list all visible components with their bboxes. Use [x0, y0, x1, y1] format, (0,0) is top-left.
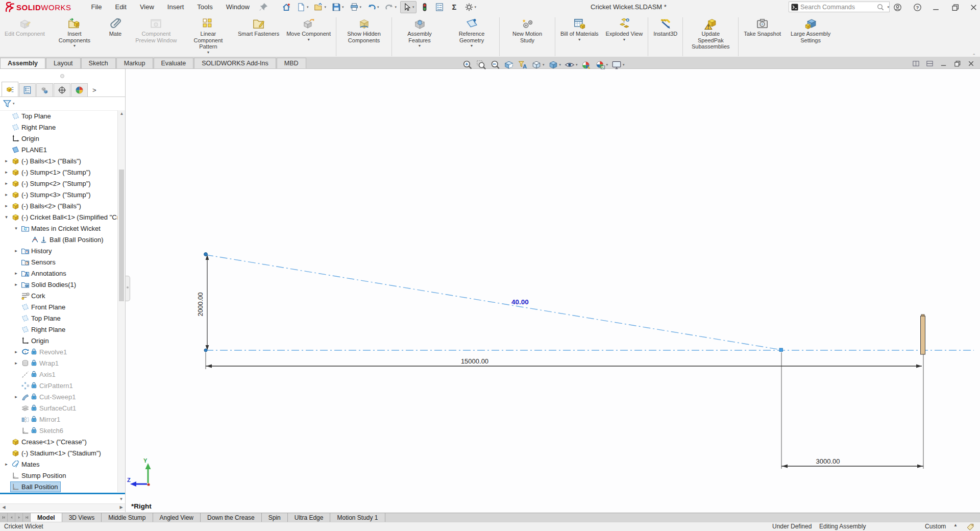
status-units[interactable]: Custom: [925, 523, 946, 530]
undo-button[interactable]: ▾: [365, 1, 381, 13]
exploded-view-button[interactable]: Exploded View▼: [602, 17, 647, 42]
filter-dropdown-icon[interactable]: ▾: [13, 102, 15, 106]
equations-button[interactable]: Σ: [448, 1, 461, 13]
menu-view[interactable]: View: [133, 0, 161, 14]
tree-item[interactable]: Axis1: [0, 369, 117, 380]
hide-show-annotations-button[interactable]: A: [516, 59, 529, 71]
smart-fasteners-button[interactable]: Smart Fasteners: [234, 17, 283, 38]
tree-vertical-scrollbar[interactable]: ▲: [117, 110, 125, 492]
collapse-ribbon-icon[interactable]: ⌃: [972, 53, 976, 529]
expand-arrow-icon[interactable]: ▸: [3, 462, 10, 467]
tree-item[interactable]: Ball (Ball Position): [0, 234, 117, 245]
search-input[interactable]: Search Commands: [800, 4, 875, 11]
model-tab-angled-view[interactable]: Angled View: [153, 513, 201, 522]
rebuild-button[interactable]: [418, 1, 431, 13]
tab-scroll-next-button[interactable]: [15, 513, 23, 522]
stump-body[interactable]: [921, 316, 925, 354]
dropdown-icon[interactable]: ▾: [377, 5, 379, 9]
dropdown-icon[interactable]: ▼: [470, 44, 474, 47]
dropdown-icon[interactable]: ▾: [475, 5, 477, 9]
dropdown-icon[interactable]: ▾: [559, 63, 561, 67]
tree-item[interactable]: Right Plane: [0, 324, 117, 335]
tree-item[interactable]: PLANE1: [0, 144, 117, 155]
dropdown-icon[interactable]: ▾: [623, 63, 625, 67]
scroll-thumb[interactable]: [119, 170, 124, 301]
tree-item[interactable]: Crease<1> ("Crease"): [0, 436, 117, 447]
menu-tools[interactable]: Tools: [190, 0, 219, 14]
panel-tab-dimxpertmanager[interactable]: [54, 83, 70, 96]
doc-restore-icon[interactable]: [953, 59, 961, 66]
tab-solidworks-add-ins[interactable]: SOLIDWORKS Add-Ins: [194, 58, 276, 68]
trajectory-line[interactable]: [206, 255, 781, 350]
linear-component-pattern-button[interactable]: Linear Component Pattern▼: [182, 17, 234, 55]
expand-arrow-icon[interactable]: ▸: [12, 271, 20, 276]
zoom-to-fit-button[interactable]: [461, 59, 474, 71]
expand-arrow-icon[interactable]: ▸: [3, 181, 10, 186]
print-button[interactable]: ▾: [348, 1, 364, 13]
model-tab-motion-study-1[interactable]: Motion Study 1: [330, 513, 385, 522]
tree-item[interactable]: ▾Mates in Cricket Wicket: [0, 223, 117, 234]
close-button[interactable]: [967, 1, 980, 13]
panel-grip[interactable]: [0, 69, 125, 81]
model-tab-spin[interactable]: Spin: [262, 513, 288, 522]
apply-scene-button[interactable]: ▾: [594, 59, 610, 71]
tree-item[interactable]: ▸(-) Stump<3> ("Stump"): [0, 189, 117, 200]
tree-item[interactable]: ▾(-) Cricket Ball<1> (Simplified "Cr: [0, 211, 117, 223]
tree-item[interactable]: Cork: [0, 290, 117, 301]
rollback-bar[interactable]: [0, 493, 125, 494]
dropdown-icon[interactable]: ▾: [543, 63, 545, 67]
tree-item[interactable]: ▸(-) Stump<2> ("Stump"): [0, 178, 117, 189]
dropdown-icon[interactable]: ▼: [307, 38, 310, 41]
tree-item[interactable]: (-) Stadium<1> ("Stadium"): [0, 447, 117, 458]
dropdown-icon[interactable]: ▾: [307, 5, 309, 9]
tree-item[interactable]: ▸(-) Bails<1> ("Bails"): [0, 155, 117, 166]
sketch-viewport[interactable]: 2000.00 40.00 15000.00 3000.00: [0, 69, 980, 513]
account-button[interactable]: [891, 1, 904, 13]
dropdown-icon[interactable]: ▼: [72, 44, 76, 47]
dimension-offset[interactable]: 3000.00: [816, 457, 840, 465]
expand-arrow-icon[interactable]: ▸: [3, 203, 10, 208]
doc-minimize-icon[interactable]: [940, 59, 947, 66]
reference-geometry-button[interactable]: Reference Geometry▼: [446, 17, 498, 48]
menu-edit[interactable]: Edit: [108, 0, 133, 14]
tree-item[interactable]: ▸AAnnotations: [0, 268, 117, 279]
tree-horizontal-scrollbar[interactable]: ◀ ▶: [0, 503, 125, 511]
dimension-length[interactable]: 15000.00: [461, 357, 488, 365]
tab-layout[interactable]: Layout: [46, 58, 81, 68]
tree-item[interactable]: SurfaceCut1: [0, 402, 117, 414]
model-tab-middle-stump[interactable]: Middle Stump: [102, 513, 153, 522]
units-dropdown-icon[interactable]: ▲: [953, 523, 958, 527]
expand-arrow-icon[interactable]: ▸: [12, 282, 20, 287]
hide-show-items-button[interactable]: ▾: [563, 59, 579, 71]
tree-item[interactable]: Origin: [0, 335, 117, 346]
tree-item[interactable]: ▸(-) Stump<1> ("Stump"): [0, 166, 117, 178]
search-dropdown-icon[interactable]: ▾: [887, 5, 889, 9]
panel-tab-configurationmanager[interactable]: [36, 83, 53, 96]
tree-item[interactable]: CirPattern1: [0, 380, 117, 391]
options-button[interactable]: ▾: [462, 1, 479, 13]
sketch-point-bounce[interactable]: [779, 348, 783, 352]
tree-item[interactable]: Top Plane: [0, 312, 117, 324]
dropdown-icon[interactable]: ▼: [622, 38, 626, 41]
restore-button[interactable]: [948, 1, 962, 13]
tree-item[interactable]: ▸Mates: [0, 458, 117, 470]
dropdown-icon[interactable]: ▼: [578, 38, 581, 41]
file-properties-button[interactable]: [433, 1, 446, 13]
scroll-up-icon[interactable]: ▲: [118, 110, 126, 117]
dropdown-icon[interactable]: ▾: [606, 63, 608, 67]
pin-menu-icon[interactable]: [258, 2, 268, 12]
large-assembly-settings-button[interactable]: Large Assembly Settings: [785, 17, 837, 44]
model-tab-model[interactable]: Model: [31, 513, 62, 522]
tree-item[interactable]: Stump Position: [0, 470, 117, 481]
tab-evaluate[interactable]: Evaluate: [154, 58, 194, 68]
tree-item[interactable]: ▸Revolve1: [0, 346, 117, 357]
tree-item[interactable]: Front Plane: [0, 301, 117, 312]
dropdown-icon[interactable]: ▼: [206, 51, 210, 54]
expand-arrow-icon[interactable]: ▸: [12, 360, 20, 366]
tab-markup[interactable]: Markup: [116, 58, 153, 68]
split-pane-horizontal-icon[interactable]: [926, 59, 934, 66]
graphics-area[interactable]: 2000.00 40.00 15000.00 3000.00: [0, 69, 980, 513]
sketch-point-release[interactable]: [204, 253, 208, 256]
menu-window[interactable]: Window: [219, 0, 256, 14]
tree-item[interactable]: Top Plane: [0, 110, 117, 122]
